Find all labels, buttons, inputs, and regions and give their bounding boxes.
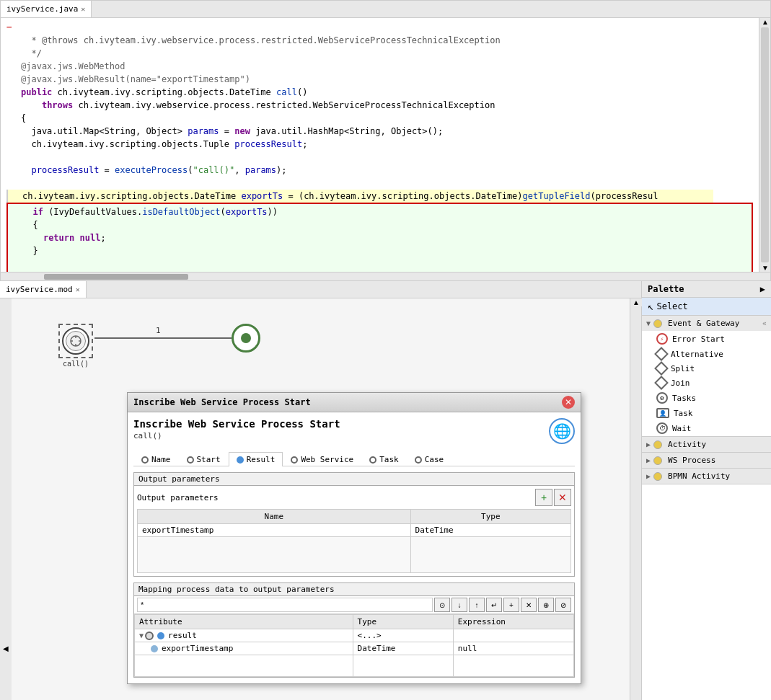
- palette-item-tasks[interactable]: ⚙ Tasks: [642, 390, 771, 406]
- mapping-toolbar: ⊙ ↓ ↑ ↵ + ✕ ⊕ ⊘: [134, 596, 574, 614]
- diagram-canvas[interactable]: call() 1: [12, 298, 630, 700]
- empty-cell-2: [410, 537, 570, 573]
- palette-expand-icon[interactable]: ▶: [760, 284, 765, 294]
- code-scrollbar-v[interactable]: ▲ ▼: [759, 18, 770, 272]
- tasks-icon: ⚙: [656, 392, 668, 404]
- start-event-circle: [62, 327, 89, 355]
- diagram-canvas-wrapper: ◀: [0, 298, 641, 700]
- diagram-tab-close[interactable]: ✕: [76, 285, 80, 293]
- mapping-filter-btn[interactable]: ⊙: [434, 598, 450, 612]
- start-node[interactable]: call(): [58, 324, 93, 368]
- result-dot-icon: [157, 632, 164, 639]
- palette-item-split[interactable]: Split: [642, 361, 771, 376]
- tab-name-radio: [141, 456, 149, 464]
- connector-label: 1: [156, 326, 161, 335]
- result-icon: [145, 632, 154, 640]
- tree-item-result: ▼ result: [139, 631, 348, 640]
- export-ts-icon: [151, 645, 158, 652]
- code-line-3: @javax.jws.WebMethod: [6, 60, 753, 73]
- code-tab-bar: ivyService.java ✕: [1, 1, 770, 18]
- palette-select-item[interactable]: ↖ Select: [642, 298, 771, 316]
- end-node[interactable]: [232, 324, 260, 353]
- palette-group-ws-process-header[interactable]: ▶ WS Process: [642, 453, 771, 468]
- palette: Palette ▶ ↖ Select ▼ Event & Gateway «: [641, 281, 771, 700]
- palette-item-error-start[interactable]: ⚡ Error Start: [642, 331, 771, 347]
- mapping-empty-row: [135, 655, 574, 677]
- tab-web-service[interactable]: Web Service: [283, 452, 361, 466]
- tab-task[interactable]: Task: [361, 452, 407, 466]
- tab-result-label: Result: [247, 455, 276, 464]
- palette-item-task[interactable]: 👤 Task: [642, 406, 771, 420]
- error-start-label: Error Start: [672, 335, 725, 344]
- palette-item-alternative[interactable]: Alternative: [642, 347, 771, 361]
- tab-case-label: Case: [425, 455, 444, 464]
- scroll-down-btn[interactable]: ▼: [759, 264, 770, 272]
- dialog-body: Inscribe Web Service Process Start call(…: [128, 412, 581, 683]
- code-line-12: [6, 177, 753, 190]
- code-scrollbar-h[interactable]: [1, 272, 770, 280]
- export-ts-expr: null: [453, 642, 573, 655]
- code-tab-label: ivyService.java: [6, 4, 78, 14]
- tab-result[interactable]: Result: [229, 452, 283, 466]
- add-param-btn[interactable]: +: [535, 489, 552, 506]
- diagram-palette-area: ivyService.mod ✕ ◀: [0, 281, 771, 700]
- code-line-17: }: [8, 244, 752, 257]
- palette-item-join[interactable]: Join: [642, 376, 771, 390]
- mapping-up-btn[interactable]: ↑: [469, 598, 485, 612]
- event-gateway-collapse-icon[interactable]: «: [762, 319, 767, 327]
- dialog-titlebar: Inscribe Web Service Process Start ✕: [128, 393, 581, 412]
- mapping-row-result[interactable]: ▼ result <...>: [135, 629, 574, 642]
- tree-item-export-ts: exportTimestamp: [139, 644, 348, 653]
- task-label: Task: [674, 409, 693, 418]
- remove-param-btn[interactable]: ✕: [554, 489, 571, 506]
- ws-process-label: WS Process: [668, 456, 715, 465]
- result-label: result: [168, 631, 197, 640]
- tab-name[interactable]: Name: [133, 452, 179, 466]
- output-params-content: Output parameters + ✕: [134, 486, 574, 576]
- scroll-up-btn[interactable]: ▲: [759, 18, 770, 26]
- mapping-insert-btn[interactable]: ↵: [486, 598, 502, 612]
- palette-group-bpmn-activity: ▶ BPMN Activity: [642, 469, 771, 484]
- mapping-add-btn[interactable]: +: [503, 598, 519, 612]
- end-event-circle: [232, 324, 260, 353]
- code-line-8: java.util.Map<String, Object> params = n…: [6, 125, 753, 138]
- mapping-row-export-ts[interactable]: exportTimestamp DateTime null: [135, 642, 574, 655]
- code-tab-ivyservice-java[interactable]: ivyService.java ✕: [1, 1, 92, 17]
- code-line-6: throws ch.ivyteam.ivy.webservice.process…: [6, 99, 753, 112]
- palette-group-activity-header[interactable]: ▶ Activity: [642, 437, 771, 452]
- mapping-clear-btn[interactable]: ⊘: [555, 598, 571, 612]
- mapping-title: Mapping process data to output parameter…: [134, 583, 574, 596]
- palette-group-bpmn-activity-header[interactable]: ▶ BPMN Activity: [642, 469, 771, 484]
- palette-item-wait[interactable]: ⏱ Wait: [642, 420, 771, 436]
- code-line-19: return exportTs;: [8, 270, 752, 272]
- globe-icon: 🌐: [549, 418, 575, 444]
- table-row[interactable]: exportTimestamp DateTime: [138, 524, 571, 537]
- code-area[interactable]: − * @throws ch.ivyteam.ivy.webservice.pr…: [1, 18, 759, 272]
- param-name-cell: exportTimestamp: [138, 524, 411, 537]
- expand-arrow-result[interactable]: ▼: [139, 632, 144, 639]
- dialog-subheading: call(): [133, 431, 340, 440]
- start-node-border: [58, 324, 93, 358]
- code-editor: ivyService.java ✕ − * @throws ch.ivyteam…: [0, 0, 771, 281]
- scroll-left-btn[interactable]: ◀: [0, 298, 12, 700]
- mapping-down-btn[interactable]: ↓: [451, 598, 467, 612]
- tab-start[interactable]: Start: [179, 452, 229, 466]
- code-line-9: ch.ivyteam.ivy.scripting.objects.Tuple p…: [6, 138, 753, 151]
- palette-title: Palette: [648, 284, 684, 294]
- tab-task-label: Task: [379, 455, 399, 464]
- palette-group-event-gateway-header[interactable]: ▼ Event & Gateway «: [642, 316, 771, 331]
- dialog-title: Inscribe Web Service Process Start: [133, 397, 311, 407]
- mapping-auto-btn[interactable]: ⊕: [538, 598, 554, 612]
- diagram-scroll-up[interactable]: ▲: [630, 298, 642, 306]
- mapping-search-input[interactable]: [137, 598, 433, 612]
- join-label: Join: [671, 378, 690, 388]
- mapping-delete-btn[interactable]: ✕: [521, 598, 537, 612]
- dialog-heading: Inscribe Web Service Process Start: [133, 418, 340, 430]
- tab-case[interactable]: Case: [407, 452, 452, 466]
- output-params-section: Output parameters Output parameters +: [133, 472, 575, 577]
- code-tab-close[interactable]: ✕: [81, 5, 85, 13]
- event-gateway-label: Event & Gateway: [668, 319, 739, 328]
- diagram-tab[interactable]: ivyService.mod ✕: [0, 281, 87, 298]
- dialog-close-btn[interactable]: ✕: [562, 396, 575, 409]
- output-params-title-text: Output parameters: [138, 474, 220, 484]
